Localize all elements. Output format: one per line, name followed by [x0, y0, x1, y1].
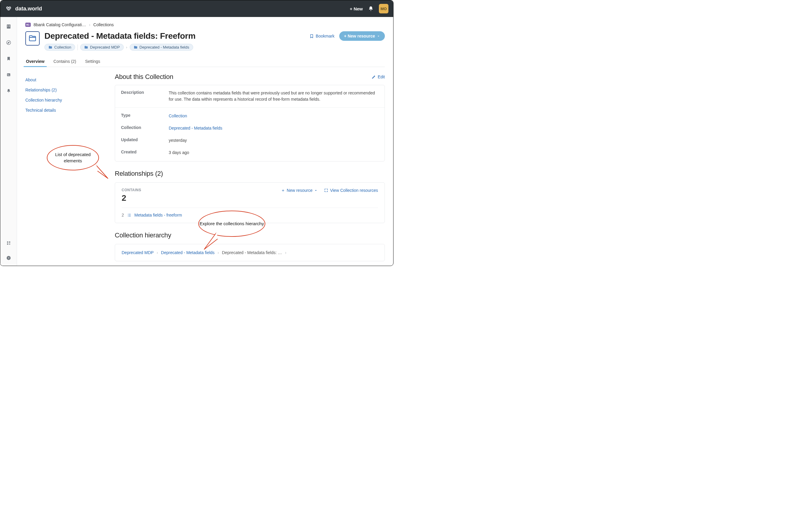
svg-rect-10 [7, 73, 10, 76]
annotation-tail-icon [94, 163, 109, 181]
sidenav-technical[interactable]: Technical details [25, 105, 103, 115]
sidenav-hierarchy[interactable]: Collection hierarchy [25, 95, 103, 105]
tabs: Overview Contains (2) Settings [25, 56, 385, 67]
hierarchy-link-1[interactable]: Deprecated MDP [122, 250, 153, 255]
owl-logo-icon [5, 5, 12, 12]
bookmark-button[interactable]: Bookmark [310, 34, 335, 39]
svg-rect-5 [7, 25, 8, 26]
desc-value: This collection contains metadata fields… [169, 90, 379, 103]
about-title: About this Collection [115, 73, 173, 81]
pill-label: Deprecated - Metadata fields [140, 45, 189, 49]
about-card: Description This collection contains met… [115, 85, 385, 161]
contains-count: 2 [122, 193, 141, 203]
hierarchy-current: Deprecated - Metadata fields: … [222, 250, 282, 255]
about-section: About this Collection Edit Description T… [115, 73, 385, 161]
tab-settings[interactable]: Settings [85, 56, 101, 67]
edit-label: Edit [378, 74, 385, 79]
breadcrumb: 8C 8bank Catalog Configurati… › Collecti… [25, 22, 385, 27]
pill-collection[interactable]: Collection [44, 44, 75, 51]
breadcrumb-item-1[interactable]: 8bank Catalog Configurati… [34, 22, 86, 27]
svg-rect-8 [9, 26, 9, 27]
annotation-1: List of deprecated elements [47, 145, 99, 170]
list-icon [127, 213, 131, 218]
chevron-right-icon: › [89, 22, 90, 27]
page-title: Deprecated - Metadata fields: Freeform [44, 31, 195, 41]
pill-row: Collection Deprecated MDP › Deprecated -… [44, 44, 195, 51]
form-icon[interactable] [6, 72, 12, 78]
svg-point-3 [9, 7, 10, 8]
pill-deprecated-mdp[interactable]: Deprecated MDP [80, 44, 124, 51]
view-all-label: View Collection resources [330, 188, 378, 193]
page-header: Deprecated - Metadata fields: Freeform C… [25, 31, 385, 51]
svg-point-2 [7, 7, 8, 8]
bell-rail-icon[interactable] [6, 88, 12, 94]
topbar-left: data.world [5, 5, 42, 12]
type-label: Type [121, 113, 169, 119]
contains-label: CONTAINS [122, 188, 141, 192]
chevron-right-icon: › [156, 250, 158, 255]
svg-rect-14 [9, 242, 10, 243]
pill-label: Collection [54, 45, 71, 49]
type-value[interactable]: Collection [169, 113, 187, 118]
topbar-right: + New MO [350, 4, 388, 14]
bookmark-rail-icon[interactable] [6, 56, 12, 62]
svg-rect-4 [7, 24, 10, 28]
new-resource-label: + New resource [344, 34, 375, 39]
collection-label: Collection [121, 125, 169, 131]
bell-icon[interactable] [368, 6, 374, 11]
tab-contains[interactable]: Contains (2) [53, 56, 77, 67]
annotation-tail-icon [203, 231, 220, 252]
hierarchy-path: Deprecated MDP › Deprecated - Metadata f… [122, 250, 378, 255]
svg-rect-11 [7, 74, 8, 74]
new-resource-link[interactable]: New resource [281, 188, 318, 193]
logo-text[interactable]: data.world [15, 6, 42, 12]
svg-rect-6 [9, 25, 9, 26]
bookmark-label: Bookmark [316, 34, 335, 39]
breadcrumb-badge: 8C [25, 23, 31, 27]
collection-value[interactable]: Deprecated - Metadata fields [169, 126, 222, 131]
edit-button[interactable]: Edit [372, 74, 385, 79]
new-resource-button[interactable]: + New resource [339, 31, 385, 41]
breadcrumb-item-2[interactable]: Collections [93, 22, 113, 27]
created-label: Created [121, 150, 169, 156]
desc-label: Description [121, 90, 169, 103]
content-area: 8C 8bank Catalog Configurati… › Collecti… [17, 17, 393, 266]
relationship-item-label: Metadata fields - freeform [134, 213, 182, 218]
relationships-title: Relationships (2) [115, 170, 385, 178]
pill-deprecated-metadata[interactable]: Deprecated - Metadata fields [130, 44, 193, 51]
new-button[interactable]: + New [350, 6, 363, 11]
svg-rect-15 [7, 243, 8, 245]
sidenav-relationships[interactable]: Relationships (2) [25, 85, 103, 95]
svg-rect-12 [7, 75, 9, 75]
folder-icon [25, 31, 40, 46]
created-value: 3 days ago [169, 150, 379, 156]
annotation-1-text: List of deprecated elements [47, 145, 99, 170]
tab-overview[interactable]: Overview [25, 56, 45, 67]
svg-text:?: ? [8, 257, 9, 260]
view-collection-resources[interactable]: View Collection resources [324, 188, 378, 193]
sidenav-about[interactable]: About [25, 75, 103, 85]
hierarchy-card: Deprecated MDP › Deprecated - Metadata f… [115, 244, 385, 261]
apps-icon[interactable] [6, 240, 12, 246]
new-resource-link-label: New resource [287, 188, 313, 193]
pill-divider [78, 44, 78, 50]
left-rail: ? [0, 17, 17, 266]
chevron-right-icon: › [126, 45, 127, 49]
main-layout: ? 8C 8bank Catalog Configurati… › Collec… [0, 17, 393, 266]
updated-label: Updated [121, 137, 169, 143]
org-icon[interactable] [6, 24, 12, 29]
pill-label: Deprecated MDP [90, 45, 120, 49]
annotation-2: Explore the collections hierarchy [198, 210, 265, 237]
top-bar: data.world + New MO [0, 0, 393, 17]
svg-rect-13 [7, 242, 8, 243]
compass-icon[interactable] [6, 40, 12, 46]
help-icon[interactable]: ? [6, 255, 12, 261]
chevron-right-icon: › [285, 250, 286, 255]
svg-rect-7 [7, 26, 8, 27]
relationship-item-count: 2 [122, 213, 124, 218]
user-avatar[interactable]: MO [379, 4, 388, 14]
updated-value: yesterday [169, 137, 379, 143]
